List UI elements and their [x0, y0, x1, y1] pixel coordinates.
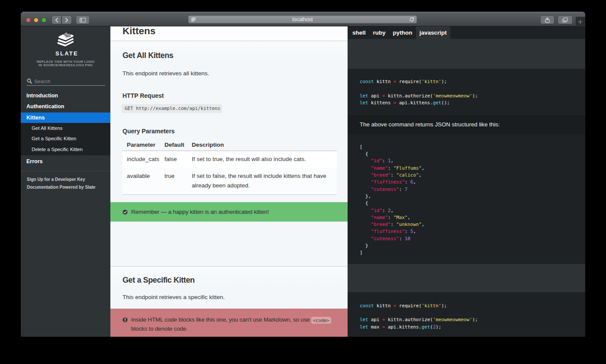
code-annotation-text: The above command returns JSON structure…: [360, 121, 500, 129]
logo-title: SLATE: [22, 50, 112, 57]
cell-description: If set to false, the result will include…: [187, 168, 337, 195]
sidebar-subitem-get-all-kittens[interactable]: Get All Kittens: [21, 123, 110, 134]
tab-overview-button[interactable]: [558, 16, 572, 24]
powered-by-slate-link[interactable]: Documentation Powered by Slate: [27, 185, 95, 190]
search-input[interactable]: [34, 77, 103, 86]
zoom-button[interactable]: [42, 18, 46, 22]
column-header-parameter: Parameter: [122, 139, 160, 151]
lang-tab-ruby[interactable]: ruby: [369, 26, 389, 39]
column-header-description: Description: [187, 139, 337, 151]
code-sample-authorize: const kittn = require('kittn'); let api …: [348, 69, 585, 115]
success-callout-text: Remember — a happy kitten is an authenti…: [131, 208, 269, 216]
column-header-default: Default: [160, 139, 187, 151]
section1-heading: Get All Kittens: [122, 50, 173, 61]
code-annotation: The above command returns JSON structure…: [348, 115, 585, 134]
sidebar-submenu: Get All Kittens Get a Specific Kitten De…: [21, 123, 110, 156]
sidebar-item-authentication[interactable]: Authentication: [21, 101, 110, 112]
sidebar-subitem-delete-a-specific-kitten[interactable]: Delete a Specific Kitten: [21, 144, 110, 155]
share-button[interactable]: [541, 16, 554, 24]
table-header-row: Parameter Default Description: [122, 139, 337, 151]
sidebar-item-kittens[interactable]: Kittens: [21, 113, 110, 123]
exclamation-circle-icon: [122, 317, 128, 322]
browser-window: localhost: [21, 12, 585, 337]
close-button[interactable]: [26, 18, 30, 22]
slate-logo-icon: [57, 32, 74, 47]
sidebar-icon: [80, 18, 86, 23]
sidebar-subitem-get-a-specific-kitten[interactable]: Get a Specific Kitten: [21, 133, 110, 144]
signup-link[interactable]: Sign Up for a Developer Key: [27, 177, 85, 182]
share-icon: [545, 17, 550, 23]
lang-tab-python[interactable]: python: [389, 26, 416, 39]
cell-parameter: available: [122, 168, 160, 195]
section2-description: This endpoint retrieves a specific kitte…: [122, 293, 225, 301]
url-text: localhost: [188, 16, 417, 23]
section1-description: This endpoint retrieves all kittens.: [122, 70, 209, 77]
code-examples-panel: shell ruby python javascript const kittn…: [348, 26, 585, 337]
code-sample-json-response: [ { "id": 1, "name": "Fluffums", "breed"…: [348, 134, 585, 264]
warning-callout-text: Inside HTML code blocks like this one, y…: [131, 316, 339, 333]
plus-icon: [578, 19, 583, 24]
http-request-heading: HTTP Request: [122, 92, 164, 100]
cell-description: If set to true, the result will also inc…: [187, 151, 337, 168]
code-sample-get-kitten: const kittn = require('kittn'); let api …: [348, 292, 585, 337]
chevron-left-icon: [55, 18, 58, 23]
http-request-code: GET http://example.com/api/kittens: [122, 104, 222, 113]
success-callout: Remember — a happy kitten is an authenti…: [110, 202, 348, 222]
sidebar-item-introduction[interactable]: Introduction: [21, 90, 110, 101]
tabs-icon: [562, 17, 568, 23]
search-icon: [27, 78, 32, 84]
reader-icon[interactable]: [190, 17, 197, 22]
search-box: [21, 77, 110, 86]
logo-note-line2: IN SOURCE/IMAGES/LOGO.PNG: [21, 63, 110, 67]
code-tag-chip: <code>: [311, 317, 331, 324]
section2-heading: Get a Specific Kitten: [122, 275, 195, 285]
cell-default: true: [160, 168, 187, 195]
table-row: available true If set to false, the resu…: [122, 168, 337, 195]
check-circle-icon: [122, 209, 128, 215]
docs-content: Kittens Get All Kittens This endpoint re…: [110, 26, 348, 337]
new-tab-button[interactable]: [576, 17, 585, 26]
browser-titlebar: localhost: [21, 12, 585, 26]
page-body: SLATE REPLACE THIS WITH YOUR LOGO IN SOU…: [21, 26, 585, 337]
language-selector: shell ruby python javascript: [348, 26, 585, 39]
page-title: Kittens: [122, 26, 155, 41]
cell-parameter: include_cats: [122, 151, 160, 168]
back-button[interactable]: [52, 16, 61, 24]
sidebar-toggle-button[interactable]: [76, 16, 89, 24]
sidebar-divider: [21, 171, 110, 171]
cell-default: false: [160, 151, 187, 168]
chevron-right-icon: [65, 18, 68, 23]
warning-callout: Inside HTML code blocks like this one, y…: [110, 309, 348, 337]
search-underline: [26, 85, 105, 86]
lang-tab-javascript[interactable]: javascript: [416, 26, 451, 39]
table-row: include_cats false If set to true, the r…: [122, 151, 337, 168]
forward-button[interactable]: [62, 16, 71, 24]
reload-icon[interactable]: [409, 17, 415, 23]
address-bar[interactable]: localhost: [188, 16, 417, 23]
query-parameters-table: Parameter Default Description include_ca…: [122, 139, 337, 195]
lang-tab-shell[interactable]: shell: [349, 26, 369, 39]
sidebar: SLATE REPLACE THIS WITH YOUR LOGO IN SOU…: [21, 26, 110, 337]
query-parameters-heading: Query Parameters: [122, 127, 175, 135]
minimize-button[interactable]: [34, 18, 38, 22]
sidebar-item-errors[interactable]: Errors: [21, 156, 110, 167]
